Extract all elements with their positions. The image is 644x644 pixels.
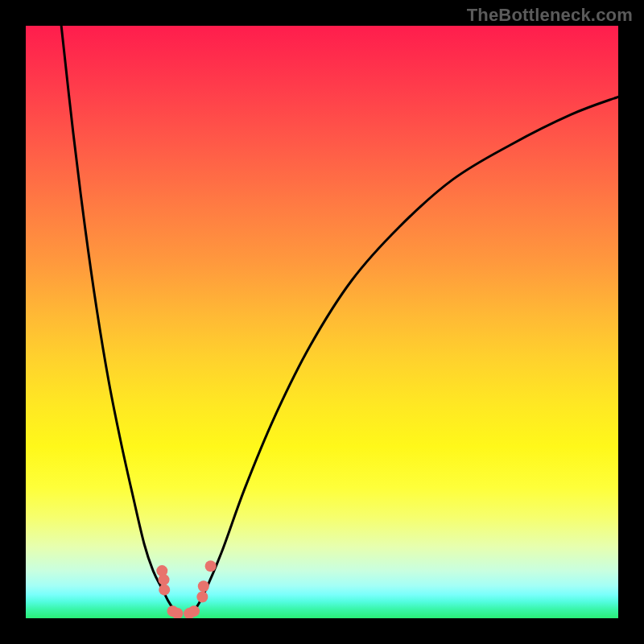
curve-right-branch <box>192 97 618 615</box>
data-point <box>159 584 170 596</box>
watermark-text: TheBottleneck.com <box>467 5 633 26</box>
data-point <box>205 560 217 572</box>
chart-frame: TheBottleneck.com <box>0 0 644 644</box>
data-point <box>198 580 209 592</box>
data-point <box>158 574 169 585</box>
data-point <box>196 592 208 603</box>
plot-area <box>26 26 618 618</box>
data-point <box>188 605 200 617</box>
bottleneck-curve <box>26 26 618 618</box>
curve-left-branch <box>61 26 180 615</box>
